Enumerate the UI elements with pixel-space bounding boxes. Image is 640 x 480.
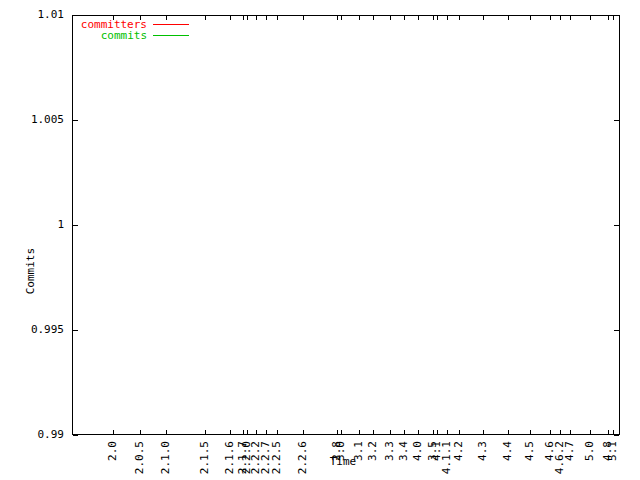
- x-tick-bottom: [483, 430, 484, 435]
- x-tick-bottom: [508, 430, 509, 435]
- plot-area-border: [72, 15, 620, 435]
- x-tick-top: [303, 15, 304, 20]
- y-tick-right: [614, 15, 619, 16]
- x-tick-top: [530, 15, 531, 20]
- x-tick-top: [341, 15, 342, 20]
- x-tick-label: 2.0.5: [135, 441, 145, 474]
- x-tick-bottom: [303, 430, 304, 435]
- x-tick-bottom: [337, 430, 338, 435]
- x-tick-bottom: [266, 430, 267, 435]
- y-tick-left: [73, 435, 78, 436]
- x-tick-bottom: [570, 430, 571, 435]
- y-tick-label: 0.995: [0, 325, 64, 335]
- x-tick-bottom: [560, 430, 561, 435]
- x-tick-bottom: [247, 430, 248, 435]
- x-tick-label: 4.0: [413, 441, 423, 461]
- y-tick-label: 0.99: [0, 430, 64, 440]
- x-tick-bottom: [550, 430, 551, 435]
- x-tick-top: [404, 15, 405, 20]
- x-tick-top: [113, 15, 114, 20]
- x-tick-bottom: [359, 430, 360, 435]
- legend-entry-commits: commits: [67, 30, 189, 41]
- y-tick-left: [73, 15, 78, 16]
- x-tick-label: 4.3: [478, 441, 488, 461]
- x-tick-label: 3.3: [385, 441, 395, 461]
- x-tick-top: [508, 15, 509, 20]
- x-tick-label: 2.2.6: [298, 441, 308, 474]
- x-tick-top: [550, 15, 551, 20]
- x-tick-top: [243, 15, 244, 20]
- x-tick-top: [433, 15, 434, 20]
- x-tick-bottom: [166, 430, 167, 435]
- legend: committers commits: [67, 19, 189, 41]
- y-tick-left: [73, 225, 78, 226]
- x-tick-bottom: [205, 430, 206, 435]
- x-tick-bottom: [140, 430, 141, 435]
- commits-chart: Commits Time committers commits 2.02.0.5…: [0, 0, 640, 480]
- x-tick-bottom: [256, 430, 257, 435]
- x-tick-bottom: [590, 430, 591, 435]
- x-tick-bottom: [418, 430, 419, 435]
- x-tick-bottom: [113, 430, 114, 435]
- x-tick-top: [447, 15, 448, 20]
- legend-line-sample-commits: [153, 35, 189, 36]
- x-tick-bottom: [608, 430, 609, 435]
- x-tick-label: 4.4: [503, 441, 513, 461]
- x-tick-bottom: [459, 430, 460, 435]
- x-tick-label: 2.2.5: [272, 441, 282, 474]
- x-tick-label: 3.0: [336, 441, 346, 461]
- x-tick-top: [608, 15, 609, 20]
- x-tick-bottom: [530, 430, 531, 435]
- x-tick-bottom: [447, 430, 448, 435]
- x-tick-top: [418, 15, 419, 20]
- legend-line-sample-committers: [153, 24, 189, 25]
- y-tick-label: 1: [0, 220, 64, 230]
- y-tick-left: [73, 120, 78, 121]
- x-tick-top: [205, 15, 206, 20]
- x-tick-top: [590, 15, 591, 20]
- x-tick-bottom: [277, 430, 278, 435]
- x-tick-label: 3.1: [354, 441, 364, 461]
- x-tick-top: [390, 15, 391, 20]
- x-tick-top: [483, 15, 484, 20]
- x-tick-label: 5.0: [585, 441, 595, 461]
- x-tick-bottom: [243, 430, 244, 435]
- x-tick-top: [256, 15, 257, 20]
- x-tick-top: [459, 15, 460, 20]
- x-tick-label: 2.1.0: [161, 441, 171, 474]
- x-tick-label: 3.2: [368, 441, 378, 461]
- x-tick-top: [277, 15, 278, 20]
- x-tick-label: 4.2: [454, 441, 464, 461]
- x-tick-top: [166, 15, 167, 20]
- x-tick-top: [570, 15, 571, 20]
- y-tick-right: [614, 330, 619, 331]
- x-tick-bottom: [373, 430, 374, 435]
- x-tick-label: 3.4: [399, 441, 409, 461]
- y-tick-label: 1.005: [0, 115, 64, 125]
- x-tick-label: 2.0: [108, 441, 118, 461]
- y-tick-left: [73, 330, 78, 331]
- x-tick-top: [337, 15, 338, 20]
- x-tick-label: 4.5: [525, 441, 535, 461]
- y-tick-label: 1.01: [0, 10, 64, 20]
- x-tick-bottom: [341, 430, 342, 435]
- x-tick-bottom: [230, 430, 231, 435]
- x-tick-top: [247, 15, 248, 20]
- x-tick-top: [140, 15, 141, 20]
- x-tick-top: [359, 15, 360, 20]
- x-tick-label: 2.1.5: [200, 441, 210, 474]
- x-tick-label: 5.1: [608, 441, 618, 461]
- y-tick-right: [614, 120, 619, 121]
- x-tick-label: 4.7: [565, 441, 575, 461]
- y-tick-right: [614, 225, 619, 226]
- x-tick-label: 4.1.1: [442, 441, 452, 474]
- y-axis-title: Commits: [26, 248, 36, 294]
- y-tick-right: [614, 435, 619, 436]
- x-tick-top: [437, 15, 438, 20]
- x-tick-top: [266, 15, 267, 20]
- x-tick-label: 2.1.6: [225, 441, 235, 474]
- x-tick-top: [230, 15, 231, 20]
- x-tick-bottom: [404, 430, 405, 435]
- x-tick-bottom: [437, 430, 438, 435]
- x-tick-top: [373, 15, 374, 20]
